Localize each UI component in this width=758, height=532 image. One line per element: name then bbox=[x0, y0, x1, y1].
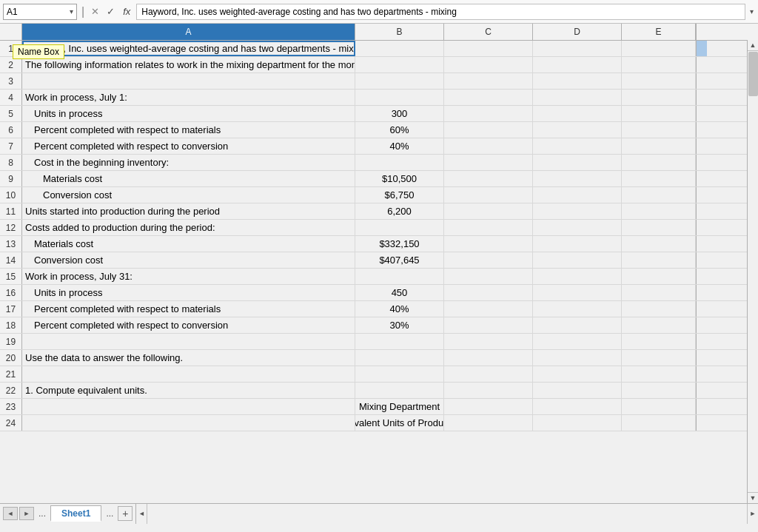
hscroll-left-btn[interactable]: ◄ bbox=[136, 504, 147, 524]
cell-d-14[interactable] bbox=[533, 252, 622, 268]
cell-a-12[interactable]: Costs added to production during the per… bbox=[22, 220, 355, 235]
cell-a-2[interactable]: The following information relates to wor… bbox=[22, 57, 355, 73]
cell-c-9[interactable] bbox=[444, 171, 533, 186]
cell-b-19[interactable] bbox=[355, 334, 444, 349]
vscroll-down-btn[interactable]: ▼ bbox=[748, 492, 758, 503]
cell-a-11[interactable]: Units started into production during the… bbox=[22, 203, 355, 219]
cell-b-18[interactable]: 30% bbox=[355, 317, 444, 333]
col-header-e[interactable]: E bbox=[622, 24, 696, 40]
cell-a-17[interactable]: Percent completed with respect to materi… bbox=[22, 301, 355, 317]
cell-b-14[interactable]: $407,645 bbox=[355, 252, 444, 268]
cell-e-17[interactable] bbox=[622, 301, 696, 317]
horizontal-scrollbar[interactable]: ◄ ► bbox=[135, 504, 758, 524]
cancel-icon[interactable]: ✕ bbox=[89, 6, 101, 17]
vscroll-up-btn[interactable]: ▲ bbox=[748, 40, 758, 51]
cell-d-24[interactable] bbox=[533, 415, 622, 431]
col-header-b[interactable]: B bbox=[355, 24, 444, 40]
cell-b-11[interactable]: 6,200 bbox=[355, 203, 444, 219]
cell-e-13[interactable] bbox=[622, 236, 696, 252]
cell-c-2[interactable] bbox=[444, 57, 533, 73]
cell-e-18[interactable] bbox=[622, 317, 696, 333]
hscroll-track[interactable] bbox=[147, 504, 747, 524]
cell-e-24[interactable] bbox=[622, 415, 696, 431]
cell-e-9[interactable] bbox=[622, 171, 696, 186]
cell-c-5[interactable] bbox=[444, 106, 533, 121]
cell-b-15[interactable] bbox=[355, 269, 444, 284]
cell-e-19[interactable] bbox=[622, 334, 696, 349]
cell-e-22[interactable] bbox=[622, 383, 696, 398]
cell-a-23[interactable] bbox=[22, 399, 355, 414]
cell-a-20[interactable]: Use the data to answer the following. bbox=[22, 350, 355, 366]
cell-c-20[interactable] bbox=[444, 350, 533, 366]
cell-d-3[interactable] bbox=[533, 73, 622, 89]
cell-b-5[interactable]: 300 bbox=[355, 106, 444, 121]
cell-c-16[interactable] bbox=[444, 285, 533, 300]
cell-c-7[interactable] bbox=[444, 138, 533, 154]
cell-a-10[interactable]: Conversion cost bbox=[22, 187, 355, 203]
formula-dropdown-icon[interactable]: ▾ bbox=[748, 7, 755, 16]
cell-c-18[interactable] bbox=[444, 317, 533, 333]
cell-c-14[interactable] bbox=[444, 252, 533, 268]
cell-c-24[interactable] bbox=[444, 415, 533, 431]
cell-a-18[interactable]: Percent completed with respect to conver… bbox=[22, 317, 355, 333]
cell-e-20[interactable] bbox=[622, 350, 696, 366]
cell-e-2[interactable] bbox=[622, 57, 696, 73]
cell-c-10[interactable] bbox=[444, 187, 533, 203]
cell-a-24[interactable] bbox=[22, 415, 355, 431]
cell-d-2[interactable] bbox=[533, 57, 622, 73]
cell-c-19[interactable] bbox=[444, 334, 533, 349]
cell-d-21[interactable] bbox=[533, 366, 622, 382]
cell-d-7[interactable] bbox=[533, 138, 622, 154]
cell-b-9[interactable]: $10,500 bbox=[355, 171, 444, 186]
vertical-scrollbar[interactable]: ▲▼ bbox=[747, 40, 758, 503]
cell-e-12[interactable] bbox=[622, 220, 696, 235]
cell-b-23[interactable]: Mixing Department bbox=[355, 399, 444, 414]
cell-e-5[interactable] bbox=[622, 106, 696, 121]
cell-d-8[interactable] bbox=[533, 155, 622, 170]
cell-b-2[interactable] bbox=[355, 57, 444, 73]
cell-e-4[interactable] bbox=[622, 90, 696, 105]
cell-e-16[interactable] bbox=[622, 285, 696, 300]
cell-d-13[interactable] bbox=[533, 236, 622, 252]
cell-d-12[interactable] bbox=[533, 220, 622, 235]
cell-e-14[interactable] bbox=[622, 252, 696, 268]
cell-a-5[interactable]: Units in process bbox=[22, 106, 355, 121]
cell-b-7[interactable]: 40% bbox=[355, 138, 444, 154]
cell-ref-dropdown-icon[interactable]: ▾ bbox=[70, 7, 73, 16]
cell-a-6[interactable]: Percent completed with respect to materi… bbox=[22, 122, 355, 138]
cell-b-4[interactable] bbox=[355, 90, 444, 105]
cell-c-23[interactable] bbox=[444, 399, 533, 414]
cell-e-7[interactable] bbox=[622, 138, 696, 154]
cell-c-6[interactable] bbox=[444, 122, 533, 138]
cell-c-1[interactable] bbox=[444, 41, 533, 56]
cell-b-20[interactable] bbox=[355, 350, 444, 366]
tab-nav-right[interactable]: ► bbox=[19, 507, 34, 520]
cell-d-6[interactable] bbox=[533, 122, 622, 138]
cell-d-22[interactable] bbox=[533, 383, 622, 398]
cell-e-10[interactable] bbox=[622, 187, 696, 203]
col-header-a[interactable]: A bbox=[22, 24, 355, 40]
cell-d-9[interactable] bbox=[533, 171, 622, 186]
cell-b-3[interactable] bbox=[355, 73, 444, 89]
cell-a-22[interactable]: 1. Compute equivalent units. bbox=[22, 383, 355, 398]
cell-b-10[interactable]: $6,750 bbox=[355, 187, 444, 203]
formula-input[interactable] bbox=[136, 4, 745, 20]
cell-c-8[interactable] bbox=[444, 155, 533, 170]
tab-nav-left[interactable]: ◄ bbox=[3, 507, 18, 520]
cell-a-4[interactable]: Work in process, July 1: bbox=[22, 90, 355, 105]
cell-reference-box[interactable]: A1 ▾ bbox=[3, 4, 77, 20]
vscroll-thumb[interactable] bbox=[748, 52, 758, 96]
cell-d-16[interactable] bbox=[533, 285, 622, 300]
cell-a-8[interactable]: Cost in the beginning inventory: bbox=[22, 155, 355, 170]
col-header-d[interactable]: D bbox=[533, 24, 622, 40]
cell-b-24[interactable]: Equivalent Units of Production bbox=[355, 415, 444, 431]
cell-a-14[interactable]: Conversion cost bbox=[22, 252, 355, 268]
cell-b-1[interactable] bbox=[355, 41, 444, 56]
cell-e-11[interactable] bbox=[622, 203, 696, 219]
cell-c-12[interactable] bbox=[444, 220, 533, 235]
cell-a-16[interactable]: Units in process bbox=[22, 285, 355, 300]
cell-a-15[interactable]: Work in process, July 31: bbox=[22, 269, 355, 284]
add-sheet-button[interactable]: + bbox=[118, 506, 133, 521]
cell-c-15[interactable] bbox=[444, 269, 533, 284]
cell-e-15[interactable] bbox=[622, 269, 696, 284]
